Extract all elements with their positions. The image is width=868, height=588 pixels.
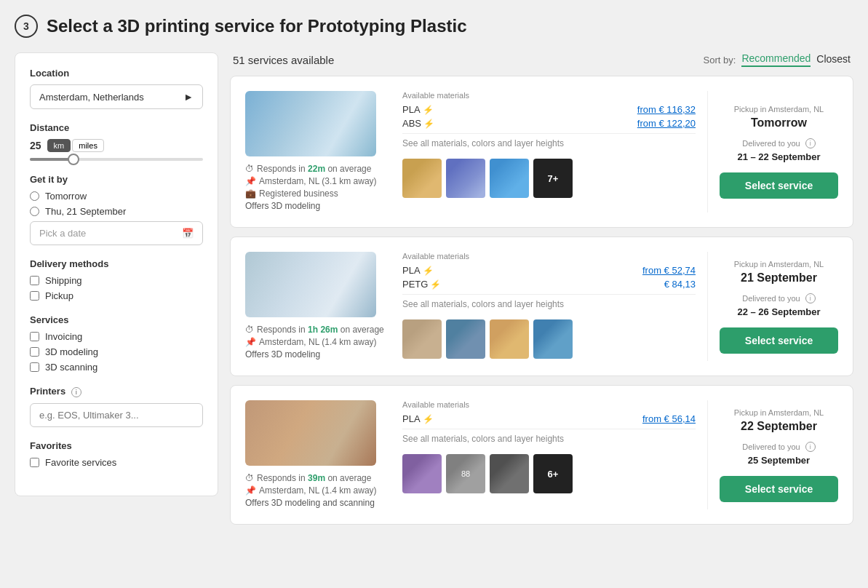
delivery-methods-label: Delivery methods [30,258,203,269]
getitby-thu-radio[interactable] [30,207,39,216]
material-row: PLA ⚡ from € 56,14 [402,413,696,424]
card-location: 📌 Amsterdam, NL (1.4 km away) [245,337,391,347]
material-name: PLA ⚡ [402,265,434,276]
divider [402,133,696,134]
card-left: ⏱ Responds in 22m on average 📌 Amsterdam… [245,91,391,212]
location-value: Amsterdam, Netherlands [39,92,144,103]
gallery-thumb [490,159,529,198]
sort-closest[interactable]: Closest [816,53,851,66]
select-service-button[interactable]: Select service [720,172,838,199]
main-layout: Location Amsterdam, Netherlands ► Distan… [15,52,853,533]
gallery-thumb-extra[interactable] [533,319,573,359]
service-thumbnail [245,400,376,466]
material-price[interactable]: from € 56,14 [642,413,696,424]
gallery-thumb [490,319,529,359]
thumb-inner [245,252,376,317]
see-all-link[interactable]: See all materials, colors and layer heig… [402,299,696,309]
services-label: Services [30,314,203,325]
material-name: PLA ⚡ [402,413,434,424]
km-button[interactable]: km [47,139,71,152]
pickup-label: Pickup in Amsterdam, NL [734,260,824,269]
material-price[interactable]: from € 52,74 [642,265,696,276]
materials-label: Available materials [402,91,696,100]
card-responds: ⏱ Responds in 22m on average [245,164,391,174]
location-section: Location Amsterdam, Netherlands ► [30,68,203,109]
location-arrow-icon: ► [183,91,194,103]
getitby-thu-label: Thu, 21 September [45,206,126,217]
scanning-checkbox[interactable] [30,362,39,372]
lightning-icon: ⚡ [423,266,434,276]
pickup-date: 22 September [741,420,817,433]
lightning-icon: ⚡ [423,105,434,115]
card-middle: Available materials PLA ⚡ from € 116,32 … [402,91,696,212]
service-thumbnail [245,252,376,317]
main-content: 51 services available Sort by: Recommend… [230,52,853,533]
clock-icon: ⏱ [245,325,254,335]
card-business: 💼 Registered business [245,188,391,199]
see-all-link[interactable]: See all materials, colors and layer heig… [402,138,696,148]
invoicing-option[interactable]: Invoicing [30,331,203,342]
delivery-info-icon[interactable]: i [805,293,816,303]
service-card: ⏱ Responds in 39m on average 📌 Amsterdam… [230,385,853,525]
card-responds: ⏱ Responds in 39m on average [245,473,391,483]
scanning-option[interactable]: 3D scanning [30,362,203,373]
printers-input[interactable] [30,403,203,427]
sidebar: Location Amsterdam, Netherlands ► Distan… [15,52,218,496]
delivery-info-icon[interactable]: i [805,442,816,452]
gallery-thumb [402,454,442,493]
page-title: Select a 3D printing service for Prototy… [47,16,467,36]
modeling-label: 3D modeling [45,346,98,357]
pickup-option[interactable]: Pickup [30,290,203,301]
favorite-services-option[interactable]: Favorite services [30,457,203,468]
gallery-thumb-extra[interactable]: 7+ [533,159,573,198]
shipping-checkbox[interactable] [30,276,39,285]
material-name: PETG ⚡ [402,279,441,290]
pickup-checkbox[interactable] [30,291,39,301]
card-feature: Offers 3D modeling [245,201,391,211]
location-label: Location [30,68,203,79]
distance-row: 25 km miles [30,139,203,152]
delivery-info-icon[interactable]: i [805,138,816,148]
invoicing-checkbox[interactable] [30,332,39,341]
delivery-label: Delivered to you i [742,293,816,303]
unit-toggle: km miles [47,139,104,152]
see-all-link[interactable]: See all materials, colors and layer heig… [402,434,696,444]
material-price[interactable]: from € 116,32 [637,104,696,115]
delivery-label: Delivered to you i [742,138,816,148]
pickup-label: Pickup in Amsterdam, NL [734,408,824,417]
material-row: PLA ⚡ from € 116,32 [402,104,696,115]
miles-button[interactable]: miles [72,139,104,152]
getitby-thu-option[interactable]: Thu, 21 September [30,206,203,217]
pin-icon: 📌 [245,337,256,347]
printers-info-icon[interactable]: i [71,387,81,397]
getitby-tomorrow-radio[interactable] [30,191,39,201]
distance-section: Distance 25 km miles [30,122,203,161]
modeling-checkbox[interactable] [30,347,39,357]
favorite-services-checkbox[interactable] [30,458,39,467]
results-count: 51 services available [233,54,334,66]
datepicker-input[interactable]: Pick a date 📅 [30,221,203,245]
sortby-label: Sort by: [704,55,736,65]
getitby-tomorrow-option[interactable]: Tomorrow [30,191,203,202]
material-row: PLA ⚡ from € 52,74 [402,265,696,276]
material-price[interactable]: from € 122,20 [637,118,696,129]
pickup-label: Pickup in Amsterdam, NL [734,105,824,114]
select-service-button[interactable]: Select service [720,327,838,354]
shipping-option[interactable]: Shipping [30,275,203,286]
getitby-tomorrow-label: Tomorrow [45,191,87,202]
service-thumbnail [245,91,376,156]
divider [402,294,696,295]
step-badge: 3 [15,15,38,38]
slider-thumb[interactable] [68,154,79,165]
delivery-date: 25 September [748,455,810,466]
distance-slider-track[interactable] [30,158,203,161]
lightning-icon: ⚡ [423,119,434,129]
gallery-thumb-extra[interactable]: 6+ [533,454,573,493]
modeling-option[interactable]: 3D modeling [30,346,203,357]
location-input[interactable]: Amsterdam, Netherlands ► [30,84,203,109]
card-feature: Offers 3D modeling and scanning [245,498,391,508]
clock-icon: ⏱ [245,164,254,174]
service-card: ⏱ Responds in 22m on average 📌 Amsterdam… [230,76,853,228]
sort-recommended[interactable]: Recommended [741,52,811,67]
select-service-button[interactable]: Select service [720,476,838,502]
